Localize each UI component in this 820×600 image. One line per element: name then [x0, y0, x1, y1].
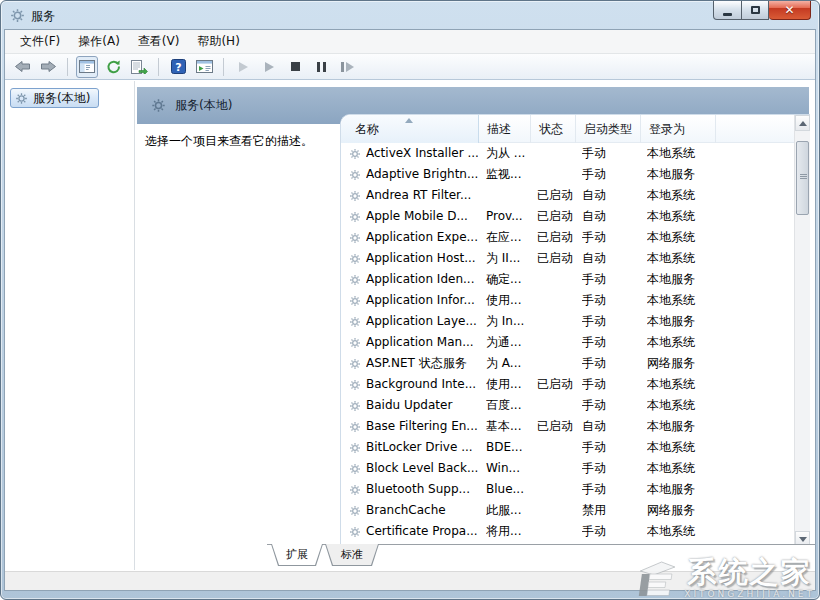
scroll-down-icon [799, 537, 807, 542]
back-button[interactable] [11, 56, 33, 78]
service-description: 确定... [486, 269, 530, 290]
stop-service-button[interactable] [284, 56, 306, 78]
start-service-button[interactable] [232, 56, 254, 78]
service-row[interactable]: Apple Mobile D... Prov... 已启动 自动 本地系统 [341, 206, 794, 227]
help-button[interactable]: ? [167, 56, 189, 78]
service-logon-as: 本地系统 [647, 437, 747, 458]
scroll-up-icon [799, 121, 807, 126]
service-description: 将用... [486, 521, 530, 542]
tree-item-label: 服务(本地) [33, 90, 90, 107]
column-header-label: 启动类型 [584, 121, 632, 138]
service-description: Blue... [486, 479, 530, 500]
column-header-description[interactable]: 描述 [479, 115, 531, 143]
service-name: Block Level Back... [366, 458, 478, 479]
service-startup-type: 禁用 [582, 500, 640, 521]
menu-action[interactable]: 操作(A) [69, 30, 129, 53]
maximize-icon [751, 6, 760, 14]
toolbar-separator [223, 58, 224, 76]
service-name: BranchCache [366, 500, 478, 521]
vertical-scrollbar[interactable] [794, 115, 810, 547]
service-row[interactable]: Block Level Back... Win... 手动 本地系统 [341, 458, 794, 479]
service-row[interactable]: Application Laye... 为 In... 手动 本地服务 [341, 311, 794, 332]
service-description: 此服... [486, 500, 530, 521]
maximize-button[interactable] [742, 1, 769, 20]
scrollbar-thumb[interactable] [796, 141, 809, 215]
service-status: 已启动 [537, 416, 577, 437]
service-status [537, 164, 577, 185]
export-list-button[interactable] [128, 56, 150, 78]
tab-label: 标准 [326, 544, 378, 565]
service-row[interactable]: Baidu Updater 百度... 手动 本地系统 [341, 395, 794, 416]
service-name: Application Expe... [366, 227, 478, 248]
column-header-label: 描述 [487, 121, 511, 138]
service-row[interactable]: ASP.NET 状态服务 为 A... 手动 网络服务 [341, 353, 794, 374]
service-row[interactable]: Application Man... 为通... 手动 本地系统 [341, 332, 794, 353]
service-row[interactable]: Andrea RT Filter... 已启动 自动 本地系统 [341, 185, 794, 206]
show-action-pane-button[interactable] [193, 56, 215, 78]
refresh-button[interactable] [102, 56, 124, 78]
service-name: Application Host... [366, 248, 478, 269]
service-startup-type: 自动 [582, 206, 640, 227]
minimize-button[interactable] [713, 1, 742, 20]
close-button[interactable]: ✕ [769, 1, 811, 20]
pause-service-button[interactable] [310, 56, 332, 78]
show-action-pane-icon [196, 60, 213, 73]
forward-button[interactable] [37, 56, 59, 78]
column-header-status[interactable]: 状态 [531, 115, 576, 143]
service-startup-type: 自动 [582, 248, 640, 269]
service-row[interactable]: Background Inte... 使用... 已启动 手动 本地系统 [341, 374, 794, 395]
tree-item-services-local[interactable]: 服务(本地) [10, 88, 99, 108]
column-header-startup-type[interactable]: 启动类型 [576, 115, 641, 143]
tab-label: 扩展 [272, 544, 322, 565]
menu-help[interactable]: 帮助(H) [188, 30, 248, 53]
service-logon-as: 本地服务 [647, 164, 747, 185]
service-name: Bluetooth Supp... [366, 479, 478, 500]
service-status [537, 500, 577, 521]
service-row[interactable]: Application Expe... 在应... 已启动 手动 本地系统 [341, 227, 794, 248]
service-name: Baidu Updater [366, 395, 478, 416]
service-description: 使用... [486, 374, 530, 395]
minimize-icon [723, 13, 732, 16]
service-row[interactable]: Certificate Propa... 将用... 手动 本地系统 [341, 521, 794, 542]
service-name: Apple Mobile D... [366, 206, 478, 227]
sort-ascending-icon [405, 118, 413, 123]
menu-file[interactable]: 文件(F) [11, 30, 69, 53]
toolbar-separator [158, 58, 159, 76]
service-status [537, 479, 577, 500]
service-name: Application Iden... [366, 269, 478, 290]
service-startup-type: 手动 [582, 458, 640, 479]
service-row[interactable]: Application Iden... 确定... 手动 本地服务 [341, 269, 794, 290]
pause-service-icon [317, 62, 326, 72]
service-row[interactable]: Bluetooth Supp... Blue... 手动 本地服务 [341, 479, 794, 500]
tab-standard[interactable]: 标准 [325, 544, 379, 566]
tab-extended[interactable]: 扩展 [271, 544, 323, 566]
service-row[interactable]: BranchCache 此服... 禁用 网络服务 [341, 500, 794, 521]
service-startup-type: 自动 [582, 185, 640, 206]
scroll-up-button[interactable] [795, 115, 810, 131]
play-button[interactable] [258, 56, 280, 78]
title-bar[interactable]: 服务 ✕ [1, 1, 819, 29]
service-row[interactable]: BitLocker Drive ... BDE... 手动 本地系统 [341, 437, 794, 458]
service-status [537, 458, 577, 479]
service-description: 为 II... [486, 248, 530, 269]
column-header-name[interactable]: 名称 [341, 115, 479, 143]
service-logon-as: 本地系统 [647, 395, 747, 416]
window-client-area: 文件(F) 操作(A) 查看(V) 帮助(H) [4, 29, 816, 591]
description-hint: 选择一个项目来查看它的描述。 [145, 133, 313, 150]
service-row[interactable]: Application Infor... 使用... 手动 本地系统 [341, 290, 794, 311]
show-console-tree-button[interactable] [76, 56, 98, 78]
window-title: 服务 [31, 8, 55, 25]
service-row[interactable]: Adaptive Brightn... 监视... 手动 本地服务 [341, 164, 794, 185]
restart-service-button[interactable] [336, 56, 358, 78]
service-logon-as: 本地系统 [647, 143, 747, 164]
service-description [486, 185, 530, 206]
services-window: 服务 ✕ 文件(F) 操作(A) 查看(V) 帮助(H) [0, 0, 820, 600]
service-description: 在应... [486, 227, 530, 248]
menu-view[interactable]: 查看(V) [129, 30, 189, 53]
column-header-logon-as[interactable]: 登录为 [641, 115, 716, 143]
service-row[interactable]: ActiveX Installer ... 为从 ... 手动 本地系统 [341, 143, 794, 164]
service-status [537, 311, 577, 332]
service-row[interactable]: Base Filtering En... 基本... 已启动 自动 本地服务 [341, 416, 794, 437]
service-logon-as: 本地系统 [647, 206, 747, 227]
service-row[interactable]: Application Host... 为 II... 已启动 自动 本地系统 [341, 248, 794, 269]
